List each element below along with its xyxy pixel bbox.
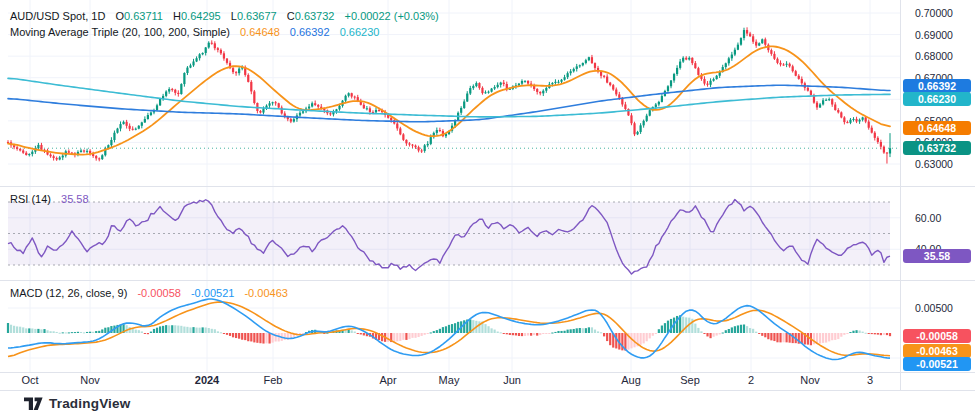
time-axis-label: Feb — [264, 374, 283, 386]
time-axis-label: Jun — [503, 374, 521, 386]
tradingview-logo-icon — [24, 397, 43, 411]
price-tick-label: 0.63000 — [915, 158, 953, 170]
rsi-macd-divider[interactable] — [0, 280, 975, 281]
symbol-title[interactable]: AUD/USD Spot, 1D — [10, 10, 105, 22]
macd-line-value: -0.00521 — [191, 287, 234, 299]
close-label: C — [287, 10, 295, 22]
price-scale[interactable]: 0.700000.690000.680000.670000.660000.650… — [900, 0, 975, 390]
ma20-value: 0.64648 — [240, 26, 280, 38]
time-axis-label: Apr — [379, 374, 396, 386]
price-rsi-divider[interactable] — [0, 186, 975, 187]
timeaxis-bottom-border — [0, 390, 975, 391]
price-badge: 0.66230 — [903, 92, 971, 106]
high-value: 0.64295 — [181, 10, 221, 22]
time-axis-label: 2 — [748, 374, 754, 386]
price-tick-label: 0.69000 — [915, 29, 953, 41]
time-axis-label: Oct — [21, 374, 38, 386]
time-scale[interactable]: OctNov2024FebAprMayJunAugSep2Nov3 — [0, 373, 900, 389]
high-label: H — [173, 10, 181, 22]
change-value: +0.00022 (+0.03%) — [345, 10, 439, 22]
price-tick-label: 0.68000 — [915, 50, 953, 62]
price-tick-label: 0.70000 — [915, 7, 953, 19]
time-axis-label: Nov — [800, 374, 820, 386]
rsi-badge: 35.58 — [903, 249, 971, 263]
ma200-value: 0.66230 — [340, 26, 380, 38]
tradingview-chart-window: AUD/USD Spot, 1D O0.63711 H0.64295 L0.63… — [0, 0, 975, 419]
tradingview-brand-text: TradingView — [49, 396, 130, 411]
rsi-indicator-title[interactable]: RSI (14) — [10, 193, 51, 205]
macd-line-badge: -0.00521 — [903, 357, 971, 371]
rsi-legend: RSI (14) 35.58 — [10, 192, 89, 206]
rsi-panel — [8, 199, 890, 274]
ma-indicator-title[interactable]: Moving Average Triple (20, 100, 200, Sim… — [10, 26, 230, 38]
price-badge: 0.64648 — [903, 121, 971, 135]
price-badge: 0.66392 — [903, 79, 971, 93]
macd-hist-value: -0.00058 — [137, 287, 180, 299]
price-badge: 0.63732 — [903, 141, 971, 155]
close-value: 0.63732 — [295, 10, 335, 22]
macd-hist-badge: -0.00058 — [903, 329, 971, 343]
open-label: O — [115, 10, 124, 22]
time-axis-label: 3 — [867, 374, 873, 386]
symbol-legend: AUD/USD Spot, 1D O0.63711 H0.64295 L0.63… — [10, 9, 439, 23]
open-value: 0.63711 — [124, 10, 163, 22]
time-axis-label: Aug — [621, 374, 641, 386]
macd-signal-badge: -0.00463 — [903, 344, 971, 358]
rsi-tick-label: 60.00 — [915, 212, 941, 224]
ma-legend: Moving Average Triple (20, 100, 200, Sim… — [10, 25, 379, 39]
macd-indicator-title[interactable]: MACD (12, 26, close, 9) — [10, 287, 127, 299]
rsi-value: 35.58 — [61, 193, 89, 205]
low-value: 0.63677 — [237, 10, 277, 22]
time-axis-label: May — [439, 374, 460, 386]
time-axis-label: Sep — [680, 374, 700, 386]
time-axis-label: 2024 — [195, 374, 219, 386]
ma100-value: 0.66392 — [290, 26, 330, 38]
macd-tick-label: 0.00500 — [915, 302, 953, 314]
tradingview-brand-link[interactable]: TradingView — [24, 396, 130, 411]
macd-signal-value: -0.00463 — [244, 287, 287, 299]
time-axis-label: Nov — [80, 374, 100, 386]
price-panel — [7, 27, 898, 163]
macd-legend: MACD (12, 26, close, 9) -0.00058 -0.0052… — [10, 286, 288, 300]
chart-canvas[interactable] — [0, 0, 975, 419]
